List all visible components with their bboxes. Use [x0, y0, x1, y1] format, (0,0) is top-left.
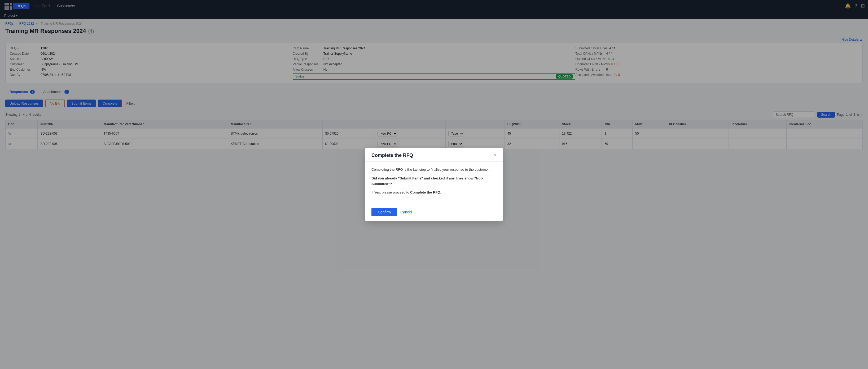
complete-rfq-modal: Complete the RFQ × Completing the RFQ is… [365, 148, 503, 149]
modal-header: Complete the RFQ × [365, 148, 503, 149]
modal-overlay: Complete the RFQ × Completing the RFQ is… [0, 0, 868, 149]
